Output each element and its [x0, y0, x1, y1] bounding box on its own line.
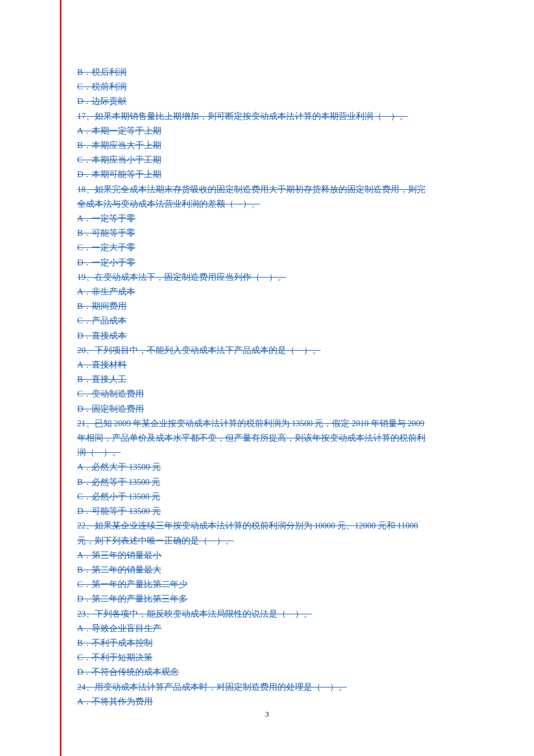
text-line: C．变动制造费用	[77, 387, 472, 401]
text-line: B．期间费用	[77, 299, 472, 314]
text-line: 21、已知 2009 年某企业按变动成本法计算的税前利润为 13500 元，假定…	[77, 416, 472, 431]
text-line: A．必然大于 13500 元	[77, 460, 472, 474]
text-line: A．不将其作为费用	[77, 694, 472, 709]
text-line: D．边际贡献	[77, 94, 472, 109]
text-line: 润（ ）。	[77, 445, 472, 460]
text-line: A．非生产成本	[77, 285, 472, 299]
text-line: C．第一年的产量比第二年少	[77, 577, 472, 592]
text-line: 23、下列各项中，能反映变动成本法局限性的说法是（ ）。	[77, 607, 472, 621]
text-line: C．不利于短期决策	[77, 650, 472, 665]
text-line: 17、如果本期销售量比上期增加，则可断定按变动成本法计算的本期营业利润（ ）。	[77, 109, 472, 124]
text-line: C．一定大于零	[77, 240, 472, 255]
page-number: 3	[0, 710, 534, 719]
text-line: 元，则下列表述中唯一正确的是（ ）。	[77, 534, 472, 548]
text-line: B．直接人工	[77, 372, 472, 387]
text-line: D．可能等于 13500 元	[77, 504, 472, 519]
text-line: 全成本法与变动成本法营业利润的差额（ ）。	[77, 197, 472, 211]
text-line: C．税前利润	[77, 80, 472, 94]
text-line: B．不利于成本控制	[77, 636, 472, 650]
text-line: D．直接成本	[77, 329, 472, 343]
text-line: B．第二年的销量最大	[77, 563, 472, 577]
text-line: 20、下列项目中，不能列入变动成本法下产品成本的是（ ）。	[77, 343, 472, 358]
text-line: C．产品成本	[77, 314, 472, 328]
text-line: D．一定小于零	[77, 255, 472, 270]
text-line: 19、在变动成本法下，固定制造费用应当列作（ ）。	[77, 270, 472, 285]
text-line: D．固定制造费用	[77, 402, 472, 416]
document-body: B．税后利润C．税前利润D．边际贡献17、如果本期销售量比上期增加，则可断定按变…	[77, 65, 472, 709]
text-line: A．本期一定等于上期	[77, 124, 472, 138]
text-line: A．第三年的销量最小	[77, 548, 472, 563]
left-margin-bar	[60, 0, 62, 756]
text-line: B．可能等于零	[77, 226, 472, 240]
text-line: 年相同，产品单价及成本水平都不变，但产量有所提高，则该年按变动成本法计算的税前利	[77, 431, 472, 445]
text-line: 24、用变动成本法计算产品成本时，对固定制造费用的处理是（ ）。	[77, 680, 472, 694]
text-line: B．必然等于 13500 元	[77, 475, 472, 489]
text-line: 22、如果某企业连续三年按变动成本法计算的税前利润分别为 10000 元、120…	[77, 519, 472, 533]
text-line: D．第二年的产量比第三年多	[77, 592, 472, 606]
text-line: A．导致企业盲目生产	[77, 621, 472, 636]
text-line: 18、如果完全成本法期末存货吸收的固定制造费用大于期初存货释放的固定制造费用，则…	[77, 182, 472, 197]
text-line: B．本期应当大于上期	[77, 138, 472, 153]
text-line: D．本期可能等于上期	[77, 167, 472, 182]
text-line: C．本期应当小于工期	[77, 153, 472, 167]
text-line: A．一定等于零	[77, 211, 472, 226]
text-line: B．税后利润	[77, 65, 472, 80]
text-line: C．必然小于 13500 元	[77, 489, 472, 504]
text-line: A．直接材料	[77, 358, 472, 372]
text-line: D．不符合传统的成本观念	[77, 665, 472, 679]
